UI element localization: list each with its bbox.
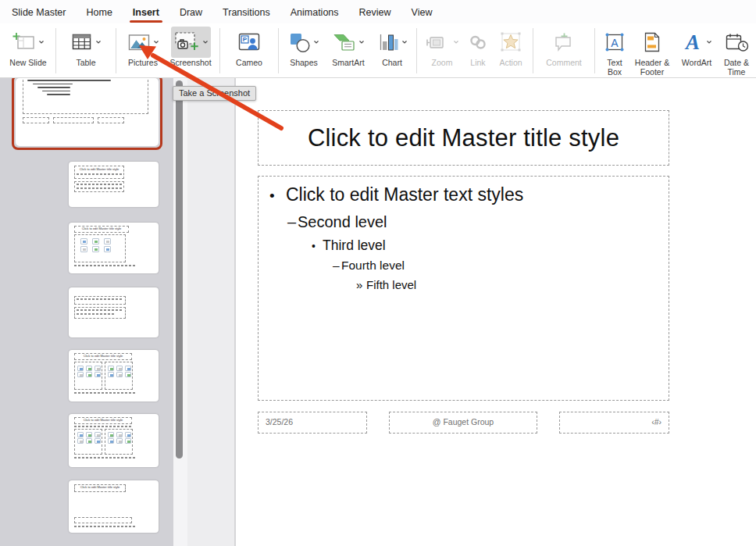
slide-editing-canvas: Click to edit Master title style • Click…: [236, 78, 756, 546]
panel-canvas-gutter: [187, 78, 236, 546]
cameo-label: Cameo: [236, 58, 262, 67]
link-button: Link: [464, 27, 492, 67]
level-3-bullet: •: [312, 240, 323, 252]
shapes-button[interactable]: Shapes: [284, 27, 324, 67]
thumbnail-layout-title-content[interactable]: Click to edit Master title style: [69, 223, 159, 273]
mini-title-placeholder: Click to edit Master title style: [74, 166, 124, 179]
action-icon: [500, 32, 522, 52]
new-slide-icon: [12, 32, 36, 53]
thumbnail-slide-master-selected[interactable]: [12, 78, 162, 150]
mini-title-placeholder: Click to edit Master title style: [74, 353, 132, 360]
scrollbar-thumb[interactable]: [176, 80, 183, 459]
level-4-text: Fourth level: [341, 259, 405, 273]
date-time-icon: [725, 32, 749, 53]
tab-transitions[interactable]: Transitions: [222, 1, 271, 23]
slide-number-placeholder[interactable]: ‹#›: [559, 412, 669, 434]
thumbnail-layout-section-header[interactable]: [69, 287, 159, 337]
zoom-button: Zoom: [422, 27, 462, 67]
wordart-button[interactable]: A WordArt: [675, 27, 719, 67]
thumbnail-layout-title-slide[interactable]: Click to edit Master title style: [69, 162, 159, 207]
wordart-label: WordArt: [682, 58, 711, 67]
mini-date-placeholder: [23, 117, 49, 123]
smartart-button[interactable]: SmartArt: [326, 27, 371, 67]
cameo-button[interactable]: P Cameo: [225, 27, 273, 67]
chevron-down-icon: [202, 40, 209, 45]
wordart-icon: A: [682, 31, 704, 53]
tab-review[interactable]: Review: [358, 1, 392, 23]
mini-body-placeholder: [23, 78, 148, 114]
comment-icon: [552, 31, 576, 53]
action-label: Action: [499, 58, 522, 67]
mini-content-placeholder: [74, 362, 102, 390]
smartart-label: SmartArt: [332, 58, 364, 67]
date-placeholder[interactable]: 3/25/26: [258, 412, 367, 434]
text-box-label: Text Box: [600, 58, 629, 77]
workspace: Click to edit Master title style Click t…: [0, 78, 756, 546]
master-title-placeholder[interactable]: Click to edit Master title style: [258, 110, 669, 166]
ribbon-tab-bar: Slide Master Home Insert Draw Transition…: [0, 0, 756, 23]
zoom-label: Zoom: [432, 58, 453, 67]
ribbon-separator: [416, 28, 417, 73]
chart-button[interactable]: Chart: [373, 27, 412, 67]
thumbnail-panel-scrollbar[interactable]: [173, 78, 187, 546]
pictures-button[interactable]: Pictures: [121, 27, 165, 67]
link-label: Link: [470, 58, 485, 67]
mini-title-placeholder: Click to edit Master title style: [74, 417, 132, 424]
tab-slide-master[interactable]: Slide Master: [11, 1, 66, 23]
thumbnail-layout-two-content[interactable]: Click to edit Master title style: [69, 350, 159, 401]
powerpoint-window: Slide Master Home Insert Draw Transition…: [0, 0, 756, 546]
mini-content-placeholder: [74, 234, 126, 262]
ribbon-separator: [219, 28, 220, 73]
chevron-down-icon: [153, 40, 159, 45]
tab-insert[interactable]: Insert: [132, 1, 160, 23]
chevron-down-icon: [358, 40, 365, 45]
chevron-down-icon: [401, 40, 408, 45]
thumbnail-layout-comparison[interactable]: Click to edit Master title style: [69, 414, 159, 467]
level-1-bullet: •: [269, 187, 286, 205]
tab-draw[interactable]: Draw: [179, 1, 203, 23]
mini-title-placeholder: [74, 296, 126, 305]
smartart-icon: [332, 33, 356, 52]
mini-content-placeholder: [74, 429, 102, 455]
action-button: Action: [494, 27, 528, 67]
chevron-down-icon: [38, 40, 45, 45]
date-time-button[interactable]: Date & Time: [720, 27, 753, 77]
thumbnail-layout-title-only[interactable]: Click to edit Master title style: [69, 480, 159, 533]
table-icon: [70, 33, 93, 52]
body-level-4: – Fourth level: [259, 259, 669, 277]
mini-text-placeholder: [74, 307, 126, 319]
header-footer-icon: [641, 31, 663, 53]
screenshot-button[interactable]: Screenshot: [166, 27, 215, 67]
level-4-bullet: –: [333, 259, 341, 273]
link-icon: [467, 33, 489, 52]
text-box-icon: A: [604, 31, 626, 53]
mini-footer-placeholder: [74, 517, 132, 523]
chevron-down-icon: [313, 40, 319, 45]
comment-button: Comment: [538, 27, 590, 67]
body-level-5: » Fifth level: [259, 278, 669, 294]
screenshot-button-highlight: [171, 27, 211, 58]
chart-label: Chart: [382, 58, 402, 67]
table-button[interactable]: Table: [61, 27, 111, 67]
date-time-label: Date & Time: [720, 58, 753, 77]
ribbon-separator: [533, 28, 533, 73]
ribbon: New Slide Table: [0, 23, 756, 78]
footer-placeholder[interactable]: @ Fauget Group: [389, 412, 537, 434]
tab-view[interactable]: View: [411, 1, 433, 23]
shapes-icon: [289, 32, 311, 53]
new-slide-button[interactable]: New Slide: [5, 27, 51, 67]
pictures-label: Pictures: [128, 58, 158, 67]
tab-home[interactable]: Home: [85, 1, 112, 23]
header-footer-button[interactable]: Header & Footer: [631, 27, 673, 77]
ribbon-separator: [116, 28, 116, 73]
cameo-icon: P: [237, 32, 261, 52]
chart-icon: [377, 33, 399, 52]
tab-animations[interactable]: Animations: [290, 1, 340, 23]
master-body-placeholder[interactable]: • Click to edit Master text styles – Sec…: [258, 176, 669, 401]
zoom-icon: [426, 33, 451, 52]
mini-content-placeholder: [105, 429, 133, 455]
header-footer-label: Header & Footer: [631, 58, 673, 77]
text-box-button[interactable]: A Text Box: [600, 27, 629, 77]
body-level-2: – Second level: [259, 213, 669, 236]
mini-footer-placeholder: [53, 117, 94, 123]
